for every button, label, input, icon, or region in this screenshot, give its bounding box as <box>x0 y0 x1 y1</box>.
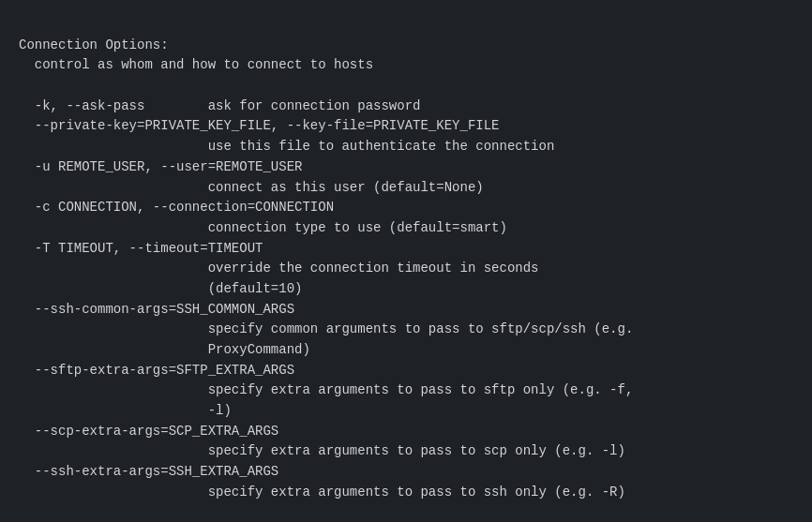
terminal-line: -u REMOTE_USER, --user=REMOTE_USER <box>19 157 793 178</box>
terminal-line <box>19 76 793 97</box>
terminal-line: --ssh-common-args=SSH_COMMON_ARGS <box>19 300 793 321</box>
terminal-line: specify extra arguments to pass to ssh o… <box>19 483 793 503</box>
terminal-line: control as whom and how to connect to ho… <box>19 55 793 76</box>
terminal-line: specify extra arguments to pass to sftp … <box>19 380 793 401</box>
terminal-line: ProxyCommand) <box>19 340 793 361</box>
terminal-line: --sftp-extra-args=SFTP_EXTRA_ARGS <box>19 361 793 381</box>
terminal-line: -l) <box>19 401 793 422</box>
terminal-line: override the connection timeout in secon… <box>19 259 793 279</box>
terminal-line: --ssh-extra-args=SSH_EXTRA_ARGS <box>19 462 793 483</box>
terminal-line: Connection Options: <box>19 36 793 56</box>
terminal-line: (default=10) <box>19 279 793 300</box>
terminal-line: connect as this user (default=None) <box>19 178 793 199</box>
terminal-output: Connection Options: control as whom and … <box>19 15 793 503</box>
terminal-line: -T TIMEOUT, --timeout=TIMEOUT <box>19 239 793 260</box>
terminal-line: connection type to use (default=smart) <box>19 218 793 239</box>
terminal-line: specify extra arguments to pass to scp o… <box>19 441 793 462</box>
terminal-line: use this file to authenticate the connec… <box>19 137 793 157</box>
terminal-line: specify common arguments to pass to sftp… <box>19 320 793 340</box>
terminal-line: -c CONNECTION, --connection=CONNECTION <box>19 198 793 218</box>
terminal-line: --private-key=PRIVATE_KEY_FILE, --key-fi… <box>19 116 793 137</box>
terminal-line: --scp-extra-args=SCP_EXTRA_ARGS <box>19 422 793 442</box>
terminal-line: -k, --ask-pass ask for connection passwo… <box>19 97 793 117</box>
